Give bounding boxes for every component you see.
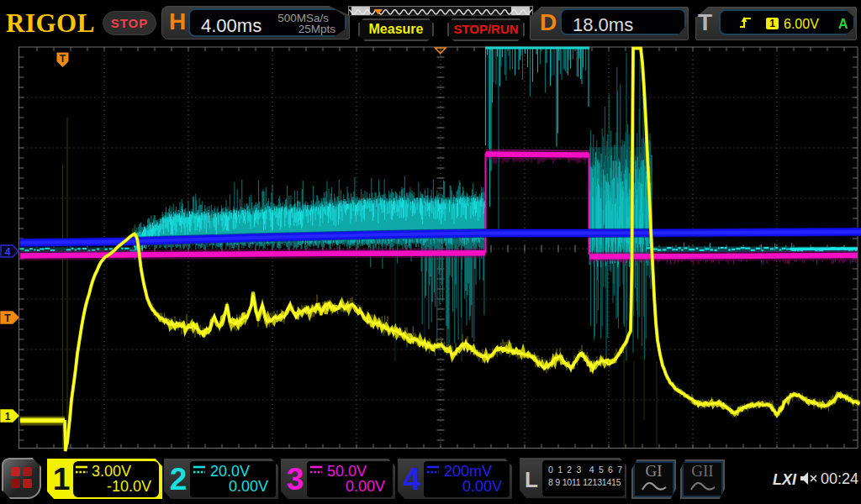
svg-text:1: 1 [5,411,11,423]
svg-text:T: T [60,53,66,65]
svg-text:4: 4 [5,246,11,258]
svg-text:T: T [4,312,11,324]
